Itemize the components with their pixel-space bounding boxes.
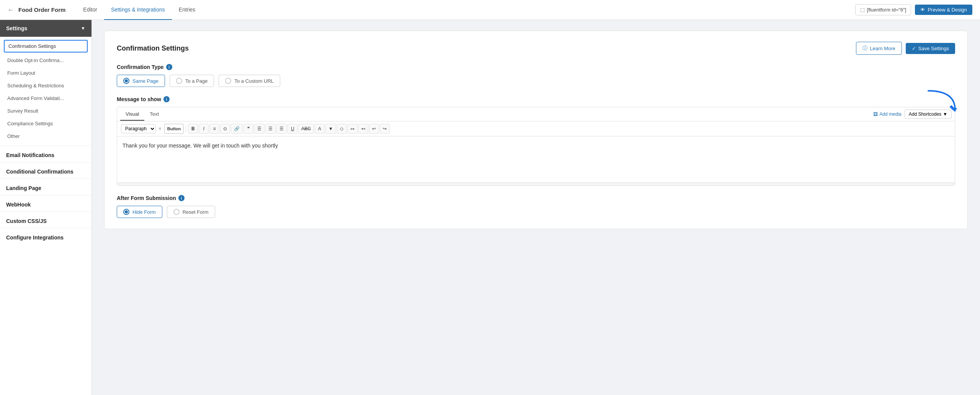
after-submission-radio-group: Hide Form Reset Form xyxy=(117,206,955,218)
message-to-show-label: Message to show i xyxy=(117,96,955,102)
undo-button[interactable]: ↩ xyxy=(369,124,379,134)
sidebar-header-label: Settings xyxy=(6,25,27,31)
message-to-show-section: Message to show i Visual Text xyxy=(117,96,955,186)
sidebar-item-label: Compliance Settings xyxy=(7,121,53,126)
sidebar-section-webhook[interactable]: WebHook xyxy=(0,197,91,210)
tab-text[interactable]: Text xyxy=(144,108,164,121)
content-card: Confirmation Settings ⓘ Learn More ✓ Sav… xyxy=(104,31,968,229)
sidebar-section-custom-css[interactable]: Custom CSS/JS xyxy=(0,213,91,226)
underline-button[interactable]: U xyxy=(287,124,297,134)
align-left-button[interactable]: ☰ xyxy=(254,124,265,134)
sidebar-item-form-layout[interactable]: Form Layout xyxy=(0,67,91,79)
sidebar-item-label: Confirmation Settings xyxy=(8,43,56,49)
confirmation-type-info-icon[interactable]: i xyxy=(166,64,172,70)
radio-circle-same-page xyxy=(123,78,129,84)
save-settings-button[interactable]: ✓ Save Settings xyxy=(906,43,955,54)
layout: Settings ▼ Confirmation Settings Double … xyxy=(0,20,980,395)
radio-dot-hide xyxy=(125,210,128,213)
sidebar-item-label: Double Opt-in Confirma... xyxy=(7,57,64,63)
radio-circle-hide xyxy=(123,209,129,215)
sidebar-item-label: Survey Result xyxy=(7,108,38,114)
tab-entries[interactable]: Entries xyxy=(172,0,203,20)
sidebar-settings-group: Confirmation Settings Double Opt-in Conf… xyxy=(0,37,91,144)
sidebar-divider-3 xyxy=(0,179,91,179)
sidebar-item-other[interactable]: Other xyxy=(0,130,91,143)
shortcode-icon: ⬚ xyxy=(860,7,865,13)
sidebar-item-label: Scheduling & Restrictions xyxy=(7,83,64,89)
eye-icon: 👁 xyxy=(920,7,925,13)
radio-dot xyxy=(125,79,128,82)
sidebar-divider-6 xyxy=(0,228,91,228)
sidebar-item-scheduling[interactable]: Scheduling & Restrictions xyxy=(0,79,91,92)
align-right-button[interactable]: ☰ xyxy=(276,124,287,134)
learn-more-button[interactable]: ⓘ Learn More xyxy=(856,42,902,55)
sidebar-item-label: Other xyxy=(7,133,20,139)
add-media-button[interactable]: 🖼 Add media xyxy=(873,111,901,117)
clear-format-button[interactable]: ◇ xyxy=(337,124,347,134)
sidebar-item-confirmation-settings[interactable]: Confirmation Settings xyxy=(4,40,88,52)
sidebar-item-double-optin[interactable]: Double Opt-in Confirma... xyxy=(0,54,91,67)
message-info-icon[interactable]: i xyxy=(163,96,170,102)
link-button[interactable]: 🔗 xyxy=(231,124,243,134)
unordered-list-button[interactable]: ≡ xyxy=(209,124,219,134)
radio-circle-reset xyxy=(173,209,180,215)
info-circle-icon: ⓘ xyxy=(862,45,867,52)
sidebar-section-configure-integrations[interactable]: Configure Integrations xyxy=(0,230,91,243)
after-submission-section: After Form Submission i Hide Form Res xyxy=(117,195,955,218)
top-nav: ← Food Order Form Editor Settings & Inte… xyxy=(0,0,980,20)
radio-reset-form[interactable]: Reset Form xyxy=(167,206,215,218)
radio-to-page[interactable]: To a Page xyxy=(170,75,214,87)
sidebar-item-survey-result[interactable]: Survey Result xyxy=(0,105,91,117)
text-color-button[interactable]: A xyxy=(315,124,325,134)
align-center-button[interactable]: ☰ xyxy=(265,124,276,134)
checkmark-icon: ✓ xyxy=(912,46,916,51)
editor-toolbar: Paragraph ▼ Button B I ≡ ⊙ 🔗 ❞ ☰ xyxy=(117,121,955,136)
outdent-button[interactable]: ↤ xyxy=(358,124,368,134)
image-icon: 🖼 xyxy=(873,111,878,117)
message-editor: Visual Text 🖼 Add media Add Shortcodes xyxy=(117,107,955,186)
sidebar-section-landing-page[interactable]: Landing Page xyxy=(0,180,91,193)
form-title: Food Order Form xyxy=(18,7,65,13)
back-button[interactable]: ← xyxy=(8,7,14,13)
italic-button[interactable]: I xyxy=(199,124,209,134)
bold-button[interactable]: B xyxy=(188,124,198,134)
tab-settings[interactable]: Settings & Integrations xyxy=(104,0,172,20)
after-submission-info-icon[interactable]: i xyxy=(178,195,185,201)
tab-editor[interactable]: Editor xyxy=(76,0,104,20)
sidebar-divider xyxy=(0,146,91,146)
sidebar-section-email-notifications[interactable]: Email Notifications xyxy=(0,148,91,161)
svg-marker-0 xyxy=(951,108,957,112)
paragraph-select[interactable]: Paragraph xyxy=(121,124,156,133)
arrow-decoration xyxy=(924,87,959,118)
radio-same-page[interactable]: Same Page xyxy=(117,75,165,87)
radio-circle-to-url xyxy=(225,78,231,84)
sidebar-section-conditional-confirmations[interactable]: Conditional Confirmations xyxy=(0,164,91,177)
sidebar-item-advanced-validation[interactable]: Advanced Form Validati... xyxy=(0,92,91,105)
radio-to-url[interactable]: To a Custom URL xyxy=(219,75,280,87)
editor-body[interactable]: Thank you for your message. We will get … xyxy=(117,136,955,182)
sidebar-header[interactable]: Settings ▼ xyxy=(0,20,91,37)
main-wrapper: Confirmation Settings ⓘ Learn More ✓ Sav… xyxy=(104,31,968,229)
preview-button[interactable]: 👁 Preview & Design xyxy=(915,5,972,15)
redo-button[interactable]: ↪ xyxy=(380,124,390,134)
card-actions: ⓘ Learn More ✓ Save Settings xyxy=(856,42,955,55)
ordered-list-button[interactable]: ⊙ xyxy=(220,124,230,134)
text-color-dropdown-btn[interactable]: ▼ xyxy=(325,124,336,134)
radio-circle-to-page xyxy=(176,78,182,84)
strikethrough-button[interactable]: ABC xyxy=(298,124,314,134)
tab-visual[interactable]: Visual xyxy=(120,108,144,121)
blockquote-button[interactable]: ❞ xyxy=(243,124,253,134)
radio-hide-form[interactable]: Hide Form xyxy=(117,206,162,218)
sidebar-item-label: Advanced Form Validati... xyxy=(7,95,64,101)
editor-resize-handle[interactable] xyxy=(117,182,955,185)
button-format-btn[interactable]: Button xyxy=(164,124,184,134)
indent-button[interactable]: ↦ xyxy=(348,124,358,134)
main-content: Confirmation Settings ⓘ Learn More ✓ Sav… xyxy=(92,20,980,395)
shortcode-button[interactable]: ⬚ [fluentform id="6"] xyxy=(855,4,911,15)
chevron-down-icon: ▼ xyxy=(81,26,85,31)
card-header: Confirmation Settings ⓘ Learn More ✓ Sav… xyxy=(117,42,955,55)
confirmation-type-section: Confirmation Type i Same Page To a Pa xyxy=(117,64,955,87)
page-title: Confirmation Settings xyxy=(117,44,189,52)
sidebar-item-compliance[interactable]: Compliance Settings xyxy=(0,117,91,130)
editor-tabs: Visual Text 🖼 Add media Add Shortcodes xyxy=(117,107,955,121)
